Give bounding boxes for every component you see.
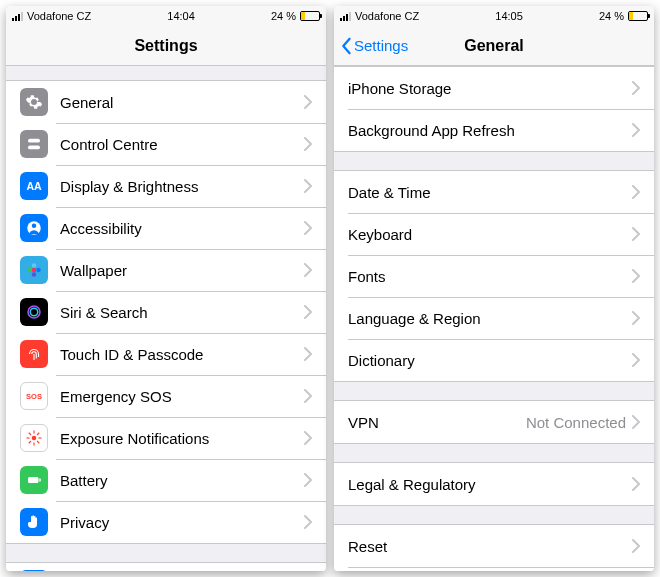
chevron-right-icon xyxy=(304,515,312,529)
row-label: Touch ID & Passcode xyxy=(60,346,304,363)
back-button[interactable]: Settings xyxy=(340,37,408,55)
svg-point-6 xyxy=(32,263,37,268)
appstore-icon xyxy=(20,570,48,571)
chevron-right-icon xyxy=(304,431,312,445)
row-siri-search[interactable]: Siri & Search xyxy=(6,291,326,333)
svg-rect-23 xyxy=(39,479,41,482)
row-label: Privacy xyxy=(60,514,304,531)
row-keyboard[interactable]: Keyboard xyxy=(334,213,654,255)
row-label: Background App Refresh xyxy=(348,122,632,139)
svg-point-5 xyxy=(32,268,37,273)
svg-text:AA: AA xyxy=(26,180,42,192)
signal-icon xyxy=(340,11,351,21)
row-background-app-refresh[interactable]: Background App Refresh xyxy=(334,109,654,151)
row-label: Legal & Regulatory xyxy=(348,476,632,493)
row-legal-regulatory[interactable]: Legal & Regulatory xyxy=(334,463,654,505)
row-label: Accessibility xyxy=(60,220,304,237)
chevron-right-icon xyxy=(632,353,640,367)
svg-point-9 xyxy=(27,268,32,273)
chevron-right-icon xyxy=(304,221,312,235)
row-date-time[interactable]: Date & Time xyxy=(334,171,654,213)
row-dictionary[interactable]: Dictionary xyxy=(334,339,654,381)
chevron-right-icon xyxy=(304,305,312,319)
row-emergency-sos[interactable]: SOSEmergency SOS xyxy=(6,375,326,417)
row-label: Dictionary xyxy=(348,352,632,369)
settings-list[interactable]: GeneralControl CentreAADisplay & Brightn… xyxy=(6,66,326,571)
chevron-right-icon xyxy=(304,95,312,109)
svg-line-18 xyxy=(29,433,31,435)
row-label: Display & Brightness xyxy=(60,178,304,195)
nav-bar: Settings General xyxy=(334,26,654,66)
row-label: Language & Region xyxy=(348,310,632,327)
general-list[interactable]: iPhone StorageBackground App RefreshDate… xyxy=(334,66,654,571)
chevron-right-icon xyxy=(632,123,640,137)
svg-line-21 xyxy=(37,433,39,435)
battery-icon xyxy=(628,11,648,21)
chevron-right-icon xyxy=(304,473,312,487)
chevron-right-icon xyxy=(632,539,640,553)
row-iphone-storage[interactable]: iPhone Storage xyxy=(334,67,654,109)
row-shut-down[interactable]: Shut Down xyxy=(334,567,654,571)
row-display-brightness[interactable]: AADisplay & Brightness xyxy=(6,165,326,207)
battery-percent: 24 % xyxy=(599,10,624,22)
row-vpn[interactable]: VPNNot Connected xyxy=(334,401,654,443)
hand-icon xyxy=(20,508,48,536)
row-label: Control Centre xyxy=(60,136,304,153)
row-itunes-appstore[interactable]: iTunes & App Store xyxy=(6,563,326,571)
row-accessibility[interactable]: Accessibility xyxy=(6,207,326,249)
signal-icon xyxy=(12,11,23,21)
chevron-right-icon xyxy=(632,311,640,325)
row-value: Not Connected xyxy=(526,414,626,431)
row-label: Reset xyxy=(348,538,632,555)
row-exposure-notifications[interactable]: Exposure Notifications xyxy=(6,417,326,459)
row-touchid-passcode[interactable]: Touch ID & Passcode xyxy=(6,333,326,375)
nav-bar: Settings xyxy=(6,26,326,66)
svg-text:SOS: SOS xyxy=(26,392,42,401)
status-bar: Vodafone CZ 14:05 24 % xyxy=(334,6,654,26)
row-general[interactable]: General xyxy=(6,81,326,123)
person-icon xyxy=(20,214,48,242)
row-privacy[interactable]: Privacy xyxy=(6,501,326,543)
row-label: VPN xyxy=(348,414,526,431)
chevron-right-icon xyxy=(304,389,312,403)
chevron-left-icon xyxy=(340,37,352,55)
row-battery[interactable]: Battery xyxy=(6,459,326,501)
row-reset[interactable]: Reset xyxy=(334,525,654,567)
row-language-region[interactable]: Language & Region xyxy=(334,297,654,339)
chevron-right-icon xyxy=(632,477,640,491)
svg-rect-1 xyxy=(28,146,40,150)
row-control-centre[interactable]: Control Centre xyxy=(6,123,326,165)
chevron-right-icon xyxy=(632,227,640,241)
row-label: Exposure Notifications xyxy=(60,430,304,447)
toggles-icon xyxy=(20,130,48,158)
row-label: Siri & Search xyxy=(60,304,304,321)
svg-rect-22 xyxy=(28,477,39,483)
row-label: iPhone Storage xyxy=(348,80,632,97)
row-fonts[interactable]: Fonts xyxy=(334,255,654,297)
carrier-label: Vodafone CZ xyxy=(27,10,91,22)
chevron-right-icon xyxy=(632,415,640,429)
chevron-right-icon xyxy=(632,269,640,283)
back-label: Settings xyxy=(354,37,408,54)
row-label: Date & Time xyxy=(348,184,632,201)
row-label: Battery xyxy=(60,472,304,489)
general-screen: Vodafone CZ 14:05 24 % Settings General … xyxy=(334,6,654,571)
chevron-right-icon xyxy=(632,81,640,95)
chevron-right-icon xyxy=(304,347,312,361)
svg-point-4 xyxy=(32,224,37,229)
page-title: Settings xyxy=(134,37,197,55)
fingerprint-icon xyxy=(20,340,48,368)
row-label: Fonts xyxy=(348,268,632,285)
status-bar: Vodafone CZ 14:04 24 % xyxy=(6,6,326,26)
chevron-right-icon xyxy=(304,179,312,193)
chevron-right-icon xyxy=(304,263,312,277)
row-label: Emergency SOS xyxy=(60,388,304,405)
siri-icon xyxy=(20,298,48,326)
settings-screen: Vodafone CZ 14:04 24 % Settings GeneralC… xyxy=(6,6,326,571)
svg-point-11 xyxy=(30,308,38,316)
svg-point-8 xyxy=(32,272,37,277)
row-wallpaper[interactable]: Wallpaper xyxy=(6,249,326,291)
svg-rect-0 xyxy=(28,139,40,143)
svg-point-13 xyxy=(32,436,37,441)
aa-icon: AA xyxy=(20,172,48,200)
